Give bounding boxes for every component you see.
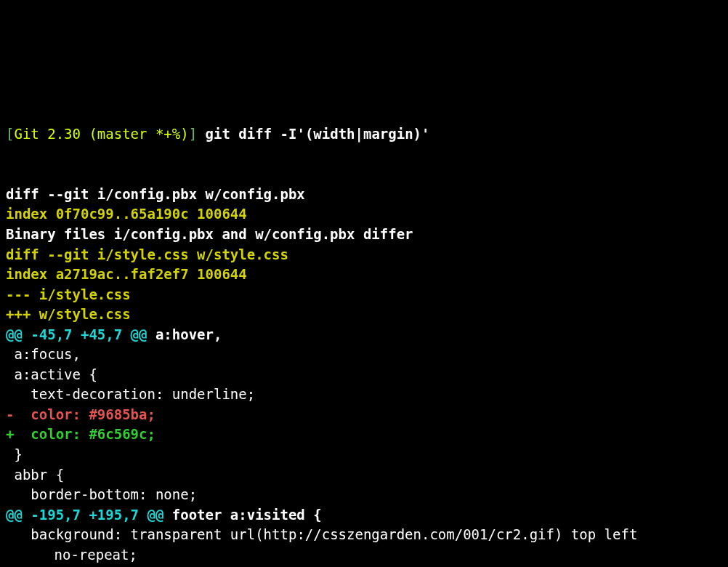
prompt-version: Git 2.30 — [14, 126, 81, 142]
diff-line: @@ -195,7 +195,7 @@ footer a:visited { — [6, 505, 722, 526]
prompt-branch: (master *+%) — [89, 126, 188, 142]
diff-header-text: Binary files i/config.pbx and w/config.p… — [6, 226, 413, 242]
diff-line: text-decoration: underline; — [6, 385, 722, 405]
diff-meta-text: +++ w/style.css — [6, 306, 131, 322]
diff-line: Binary files i/config.pbx and w/config.p… — [6, 225, 722, 245]
diff-hunk-header: @@ -45,7 +45,7 @@ — [6, 326, 147, 342]
diff-line: +++ w/style.css — [6, 305, 722, 325]
diff-context-line: background: transparent url(http://cssze… — [6, 526, 637, 542]
diff-line: --- i/style.css — [6, 285, 722, 305]
diff-meta-text: index a2719ac..faf2ef7 100644 — [6, 266, 247, 282]
diff-line: diff --git i/style.css w/style.css — [6, 245, 722, 265]
diff-line: index 0f70c99..65a190c 100644 — [6, 204, 722, 225]
diff-line: + color: #6c569c; — [6, 425, 722, 445]
diff-context-continuation: no-repeat; — [6, 545, 722, 566]
prompt-line: [Git 2.30 (master *+%)] git diff -I'(wid… — [6, 124, 722, 145]
command-text: git diff -I'(width|margin)' — [206, 126, 430, 142]
diff-hunk-tail: footer a:visited { — [163, 507, 321, 523]
diff-line: a:focus, — [6, 345, 722, 365]
diff-context-line: border-bottom: none; — [6, 486, 197, 502]
diff-line: - color: #9685ba; — [6, 405, 722, 425]
diff-line: border-bottom: none; — [6, 485, 722, 505]
diff-context-line: a:focus, — [6, 346, 81, 362]
diff-line: abbr { — [6, 465, 722, 486]
terminal-output: [Git 2.30 (master *+%)] git diff -I'(wid… — [6, 84, 722, 567]
diff-hunk-header: @@ -195,7 +195,7 @@ — [6, 507, 163, 523]
diff-meta-text: diff --git i/style.css w/style.css — [6, 246, 288, 262]
diff-context-line: } — [6, 446, 23, 462]
diff-meta-text: index 0f70c99..65a190c 100644 — [6, 206, 247, 222]
diff-line: } — [6, 445, 722, 465]
diff-line: index a2719ac..faf2ef7 100644 — [6, 265, 722, 285]
diff-line: background: transparent url(http://cssze… — [6, 525, 722, 565]
diff-context-line: abbr { — [6, 467, 64, 483]
diff-line: @@ -45,7 +45,7 @@ a:hover, — [6, 325, 722, 345]
diff-output: diff --git i/config.pbx w/config.pbxinde… — [6, 185, 722, 567]
diff-context-line: a:active { — [6, 366, 97, 382]
diff-line: diff --git i/config.pbx w/config.pbx — [6, 185, 722, 205]
diff-added-line: + color: #6c569c; — [6, 426, 155, 442]
diff-line: a:active { — [6, 365, 722, 385]
prompt-open-bracket: [ — [6, 126, 14, 142]
prompt-close-bracket: ] — [189, 126, 197, 142]
diff-meta-text: --- i/style.css — [6, 286, 131, 302]
diff-removed-line: - color: #9685ba; — [6, 406, 155, 422]
diff-header-text: diff --git i/config.pbx w/config.pbx — [6, 186, 305, 202]
diff-hunk-tail: a:hover, — [147, 326, 222, 342]
diff-context-line: text-decoration: underline; — [6, 386, 255, 402]
